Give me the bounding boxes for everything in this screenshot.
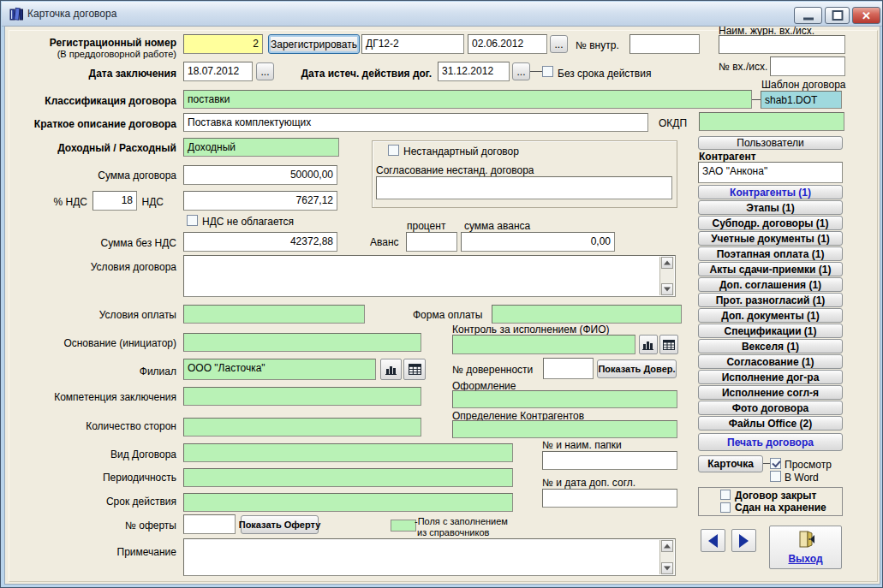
branch-directory-button[interactable] — [380, 359, 402, 380]
next-record-button[interactable] — [731, 529, 756, 552]
show-attorney-button[interactable]: Показать Довер. — [597, 359, 677, 378]
branch-label: Филиал — [140, 365, 176, 377]
nonstandard-checkbox[interactable] — [388, 145, 399, 156]
expire-date-field[interactable]: 31.12.2012 — [438, 62, 510, 81]
sign-date-browse-button[interactable]: ... — [256, 62, 274, 80]
panel-button-counterparties[interactable]: Контрагенты (1) — [698, 185, 843, 199]
add-agreement-field[interactable] — [542, 489, 677, 508]
contract-sum-field[interactable]: 50000,00 — [183, 165, 337, 185]
panel-button-staged-payment[interactable]: Поэтапная оплата (1) — [698, 246, 843, 261]
vat-sum-field[interactable]: 7627,12 — [183, 191, 337, 211]
advance-sum-label: сумма аванса — [464, 220, 530, 232]
print-contract-button[interactable]: Печать договора — [698, 433, 843, 451]
folder-field[interactable] — [542, 451, 677, 470]
minimize-button[interactable] — [794, 7, 822, 24]
pay-form-label: Форма оплаты — [413, 309, 482, 321]
panel-button-disagreement-protocols[interactable]: Прот. разногласий (1) — [698, 293, 843, 307]
show-offer-button[interactable]: Показать Оферту — [241, 515, 319, 534]
scroll-up-icon[interactable] — [661, 257, 673, 269]
minimize-icon — [803, 18, 814, 21]
exit-button[interactable]: Выход — [769, 526, 842, 569]
contract-number-field[interactable]: ДГ12-2 — [361, 34, 464, 54]
connector-line — [530, 71, 542, 72]
panel-button-bills[interactable]: Векселя (1) — [698, 339, 843, 353]
panel-button-subcontracts[interactable]: Субподр. договоры (1) — [698, 216, 843, 230]
advance-percent-field[interactable] — [406, 232, 457, 252]
okdp-field[interactable] — [699, 112, 844, 131]
register-button[interactable]: Зарегистрировать — [268, 34, 360, 54]
branch-table-button[interactable] — [403, 359, 426, 380]
terms-textarea[interactable] — [183, 255, 676, 297]
panel-button-add-agreements[interactable]: Доп. соглашения (1) — [698, 277, 843, 292]
nonstandard-approve-field[interactable] — [376, 176, 672, 199]
advance-sum-field[interactable]: 0,00 — [461, 232, 615, 252]
control-table-button[interactable] — [659, 335, 678, 354]
nonstandard-approve-label: Согласование нестанд. договора — [376, 164, 534, 176]
scroll-up-icon[interactable] — [661, 540, 673, 552]
inout-number-field[interactable] — [770, 56, 845, 76]
close-button[interactable]: ✕ — [852, 7, 880, 24]
panel-button-agreement-execution[interactable]: Исполнение согл-я — [698, 385, 843, 400]
period-field[interactable] — [183, 468, 513, 487]
competence-label: Компетенция заключения — [54, 391, 176, 403]
parties-field[interactable] — [183, 418, 421, 437]
counterparty-definition-field[interactable] — [452, 420, 677, 438]
expire-date-browse-button[interactable]: ... — [512, 62, 530, 80]
scroll-down-icon[interactable] — [661, 562, 673, 574]
panel-button-approval[interactable]: Согласование (1) — [698, 354, 843, 369]
kind-field[interactable] — [183, 443, 513, 462]
income-type-field[interactable]: Доходный — [183, 138, 339, 157]
terms-scrollbar[interactable] — [659, 257, 674, 295]
note-scrollbar[interactable] — [659, 540, 674, 574]
panel-button-contract-photo[interactable]: Фото договора — [698, 401, 843, 415]
panel-button-acceptance-acts[interactable]: Акты сдачи-приемки (1) — [698, 262, 843, 276]
vat-percent-field[interactable]: 18 — [92, 191, 137, 211]
prev-record-button[interactable] — [701, 529, 725, 552]
offer-label: № оферты — [125, 520, 176, 532]
competence-field[interactable] — [183, 387, 421, 406]
panel-button-office-files[interactable]: Файлы Office (2) — [698, 416, 843, 431]
duration-field[interactable] — [183, 493, 513, 512]
internal-number-field[interactable] — [629, 34, 700, 54]
panel-button-stages[interactable]: Этапы (1) — [698, 200, 843, 215]
panel-button-add-documents[interactable]: Доп. документы (1) — [698, 308, 843, 323]
maximize-button[interactable] — [825, 7, 850, 24]
attorney-number-field[interactable] — [543, 358, 594, 379]
sum-novat-field[interactable]: 42372,88 — [183, 232, 337, 252]
preview-checkbox[interactable] — [770, 458, 781, 469]
storage-checkbox[interactable] — [720, 502, 731, 513]
prework-number-field[interactable]: 2 — [183, 34, 263, 54]
card-button[interactable]: Карточка — [698, 455, 763, 472]
registration-date-field[interactable]: 02.06.2012 — [468, 34, 547, 54]
contract-closed-checkbox[interactable] — [720, 490, 731, 500]
preview-label: Просмотр — [785, 459, 832, 471]
users-button[interactable]: Пользователи — [698, 136, 843, 150]
sign-date-label: Дата заключения — [89, 68, 176, 80]
panel-button-accounting-docs[interactable]: Учетные документы (1) — [698, 231, 843, 246]
note-textarea[interactable] — [183, 538, 676, 576]
basis-field[interactable] — [183, 333, 421, 352]
word-checkbox[interactable] — [770, 471, 781, 482]
design-field[interactable] — [452, 390, 677, 408]
offer-field[interactable] — [183, 514, 236, 534]
description-field[interactable]: Поставка комплектующих — [183, 113, 648, 132]
branch-field[interactable]: ООО "Ласточка" — [183, 359, 376, 380]
reg-date-browse-button[interactable]: ... — [550, 35, 568, 53]
control-field[interactable] — [452, 335, 635, 354]
connector-line — [752, 99, 761, 100]
pay-form-field[interactable] — [492, 305, 682, 324]
journal-name-field[interactable] — [719, 35, 845, 54]
title-bar[interactable]: Карточка договора ✕ — [2, 2, 882, 27]
classification-field[interactable]: поставки — [183, 90, 752, 109]
scroll-down-icon[interactable] — [661, 283, 673, 295]
vat-exempt-checkbox[interactable] — [187, 215, 198, 226]
panel-button-contract-execution[interactable]: Исполнение дог-ра — [698, 370, 843, 384]
template-field[interactable]: shab1.DOT — [761, 91, 842, 109]
counterparty-field[interactable]: ЗАО "Анкона" — [698, 162, 843, 183]
classification-label: Классификация договора — [45, 95, 176, 107]
no-term-checkbox[interactable] — [542, 66, 553, 77]
pay-terms-field[interactable] — [183, 305, 365, 324]
sign-date-field[interactable]: 18.07.2012 — [183, 62, 253, 81]
panel-button-specifications[interactable]: Спецификации (1) — [698, 324, 843, 338]
control-directory-button[interactable] — [639, 335, 658, 354]
